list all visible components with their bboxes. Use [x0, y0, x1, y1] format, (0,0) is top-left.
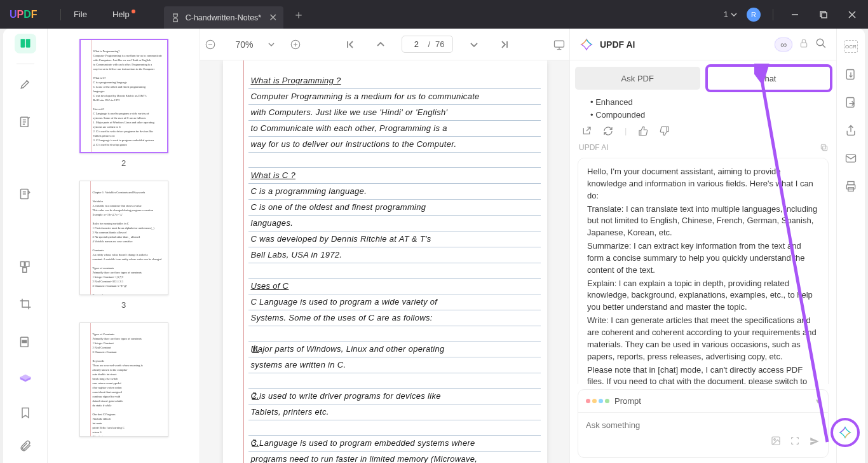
- svg-rect-17: [823, 146, 827, 151]
- document-toolbar: 70% / 76: [200, 29, 569, 60]
- last-page-button[interactable]: [495, 35, 514, 54]
- slideshow-button[interactable]: [550, 35, 569, 54]
- maximize-button[interactable]: [814, 5, 833, 24]
- export-icon[interactable]: [844, 96, 857, 109]
- ai-panel-title: UPDF AI: [600, 39, 635, 50]
- title-bar: UPDF File Help C-handwritten-Notes* ✕ ＋ …: [0, 0, 868, 29]
- copy-icon[interactable]: [820, 143, 829, 154]
- page-thumbnail-2[interactable]: What is Programming?Computer Programming…: [79, 39, 168, 153]
- infinity-badge[interactable]: ∞: [775, 38, 792, 52]
- svg-rect-18: [821, 144, 825, 149]
- ai-chat-input[interactable]: [586, 420, 820, 430]
- zoom-in-button[interactable]: [286, 35, 305, 54]
- next-page-button[interactable]: [465, 35, 484, 54]
- tab-title: C-handwritten-Notes*: [186, 13, 262, 22]
- user-avatar[interactable]: R: [747, 8, 761, 22]
- bookmark-tool[interactable]: [15, 402, 36, 424]
- chevron-down-icon: ▾: [816, 396, 820, 406]
- svg-rect-8: [25, 261, 29, 266]
- prompt-dots-icon: [586, 399, 609, 403]
- svg-rect-24: [848, 182, 854, 185]
- hourglass-icon: [170, 13, 180, 23]
- svg-rect-3: [20, 39, 25, 48]
- first-page-button[interactable]: [341, 35, 360, 54]
- ai-panel: UPDF AI ∞ Ask PDF Chat • Enhanced • Comp…: [569, 29, 836, 463]
- updf-ai-logo-icon: [580, 38, 593, 52]
- notification-dot-icon: [132, 10, 135, 13]
- svg-rect-9: [22, 268, 26, 273]
- email-icon[interactable]: [844, 152, 857, 165]
- svg-rect-2: [822, 13, 827, 18]
- chat-tab[interactable]: Chat: [705, 67, 831, 90]
- document-tab[interactable]: C-handwritten-Notes* ✕: [164, 6, 284, 29]
- pdf-page: What is Programming ? Computer Programmi…: [223, 60, 547, 463]
- screenshot-icon[interactable]: [790, 436, 800, 450]
- close-button[interactable]: [843, 5, 862, 24]
- current-page-input[interactable]: [410, 39, 423, 49]
- svg-rect-23: [846, 155, 856, 162]
- page-indicator: / 76: [402, 36, 452, 53]
- redact-tool[interactable]: [15, 331, 36, 351]
- svg-rect-4: [25, 39, 30, 48]
- menu-file[interactable]: File: [74, 10, 87, 19]
- prev-page-button[interactable]: [371, 35, 390, 54]
- highlighter-tool[interactable]: [15, 74, 36, 94]
- refresh-icon[interactable]: [603, 126, 613, 138]
- print-icon[interactable]: [844, 180, 857, 193]
- image-attach-icon[interactable]: [771, 436, 781, 450]
- svg-point-16: [817, 39, 824, 46]
- document-viewport[interactable]: What is Programming ? Computer Programmi…: [200, 60, 569, 463]
- ai-section-label: UPDF AI: [579, 143, 609, 154]
- ai-input-box: Prompt ▾: [578, 389, 829, 458]
- thumbnail-panel: What is Programming?Computer Programming…: [48, 29, 200, 463]
- lock-icon[interactable]: [799, 38, 809, 51]
- right-tool-rail: OCR: [836, 29, 865, 463]
- svg-text:UPDF: UPDF: [10, 9, 37, 20]
- send-button[interactable]: [809, 436, 820, 450]
- total-pages: 76: [435, 39, 444, 49]
- attachment-tool[interactable]: [15, 435, 36, 457]
- share-icon[interactable]: [844, 124, 857, 137]
- open-external-icon[interactable]: [581, 126, 592, 138]
- svg-rect-11: [22, 340, 27, 342]
- zoom-out-button[interactable]: [201, 35, 220, 54]
- svg-rect-7: [20, 261, 24, 266]
- search-icon[interactable]: [815, 38, 827, 52]
- crop-tool[interactable]: [15, 294, 36, 314]
- zoom-dropdown-icon[interactable]: [268, 41, 275, 48]
- workspace-count[interactable]: 1: [724, 10, 737, 19]
- ask-pdf-tab[interactable]: Ask PDF: [575, 67, 700, 90]
- prompt-selector[interactable]: Prompt ▾: [578, 390, 828, 413]
- close-tab-icon[interactable]: ✕: [269, 11, 277, 24]
- text-tool[interactable]: [15, 184, 36, 204]
- minimize-button[interactable]: [785, 5, 804, 24]
- menu-help[interactable]: Help: [112, 10, 135, 19]
- ocr-icon[interactable]: OCR: [844, 40, 858, 53]
- zoom-level[interactable]: 70%: [231, 39, 257, 50]
- svg-point-20: [774, 439, 776, 441]
- add-tab-button[interactable]: ＋: [293, 7, 304, 22]
- layers-tool[interactable]: [15, 369, 36, 390]
- page-thumbnail-4[interactable]: Types of ConstantsPrimarily there are th…: [79, 322, 168, 437]
- left-tool-rail: [3, 29, 48, 463]
- thumbs-down-icon[interactable]: [660, 126, 670, 138]
- ai-fab-button[interactable]: [831, 418, 860, 447]
- svg-rect-14: [554, 41, 564, 47]
- svg-rect-21: [846, 70, 854, 79]
- page-thumbnail-3[interactable]: Chapter 1: Variables Constants and Keywo…: [79, 181, 168, 295]
- summary-bullets: • Enhanced • Compounded: [590, 96, 829, 121]
- convert-icon[interactable]: [844, 68, 857, 81]
- reader-tool[interactable]: [15, 34, 36, 53]
- organize-tool[interactable]: [15, 257, 36, 277]
- app-logo: UPDF: [10, 6, 48, 24]
- ai-welcome-message: Hello, I'm your document assistant, aimi…: [578, 158, 829, 384]
- thumbs-up-icon[interactable]: [638, 126, 648, 138]
- thumb-label-3: 3: [48, 300, 200, 310]
- comment-tool[interactable]: [15, 112, 36, 132]
- svg-rect-15: [801, 43, 806, 47]
- thumb-label-2: 2: [48, 158, 200, 168]
